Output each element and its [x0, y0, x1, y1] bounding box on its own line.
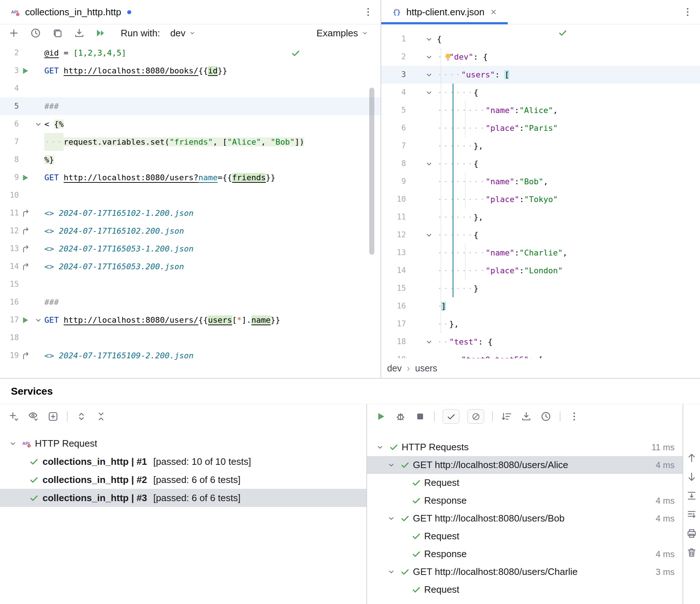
- code-line[interactable]: 16###: [0, 293, 381, 311]
- arrow-up-icon[interactable]: [686, 452, 697, 464]
- code-line[interactable]: 10"place":"Tokyo": [381, 190, 700, 208]
- code-line[interactable]: 15: [0, 275, 381, 293]
- intention-bulb-icon[interactable]: [443, 52, 453, 62]
- open-response-file-icon[interactable]: [21, 226, 31, 236]
- code-line[interactable]: 4{: [381, 84, 700, 101]
- history-icon[interactable]: [540, 411, 552, 422]
- import-icon[interactable]: [73, 27, 85, 39]
- code-line[interactable]: 13<> 2024-07-17T165053-1.200.json: [0, 240, 381, 258]
- tab-collections-in-http[interactable]: API collections_in_http.http: [0, 0, 141, 24]
- run-request-icon[interactable]: [20, 66, 30, 76]
- fold-region-icon[interactable]: [33, 315, 43, 325]
- code-line[interactable]: 9"name":"Bob",: [381, 173, 700, 190]
- code-line[interactable]: 16]: [381, 297, 700, 315]
- trash-icon[interactable]: [686, 547, 697, 558]
- collapse-node-icon[interactable]: [386, 567, 396, 577]
- code-line[interactable]: 15}: [381, 279, 700, 297]
- code-line[interactable]: 3"users": [: [381, 66, 700, 84]
- test-run-item[interactable]: collections_in_http | #1 [passed: 10 of …: [0, 452, 366, 471]
- code-line[interactable]: 5###: [0, 97, 381, 115]
- collapse-lines-icon[interactable]: [686, 490, 697, 502]
- code-line[interactable]: 13"name":"Charlie",: [381, 244, 700, 262]
- collapse-node-icon[interactable]: [386, 514, 396, 523]
- copy-icon[interactable]: [52, 27, 63, 39]
- fold-region-icon[interactable]: [424, 159, 434, 169]
- fold-region-icon[interactable]: [424, 337, 434, 347]
- arrow-down-icon[interactable]: [686, 471, 697, 483]
- json-editor[interactable]: 1{2"dev": {3"users": [4{5"name":"Alice",…: [381, 24, 700, 358]
- test-result-item[interactable]: Request: [367, 474, 683, 492]
- open-response-file-icon[interactable]: [21, 244, 31, 254]
- debug-icon[interactable]: [395, 411, 406, 422]
- code-line[interactable]: 11<> 2024-07-17T165102-1.200.json: [0, 204, 381, 222]
- http-editor[interactable]: 2@id = [1,2,3,4,5]3GET http://localhost:…: [0, 42, 381, 378]
- inspections-passed-icon[interactable]: [558, 28, 568, 38]
- run-request-icon[interactable]: [20, 315, 30, 325]
- code-line[interactable]: 11},: [381, 208, 700, 226]
- test-run-item[interactable]: collections_in_http | #2 [passed: 6 of 6…: [0, 471, 366, 489]
- fold-region-icon[interactable]: [424, 52, 434, 62]
- code-line[interactable]: 6"place":"Paris": [381, 119, 700, 137]
- printer-icon[interactable]: [686, 528, 697, 539]
- service-node-http-request[interactable]: APIHTTP Request: [0, 434, 366, 452]
- code-line[interactable]: 18: [0, 329, 381, 347]
- collapse-node-icon[interactable]: [386, 460, 396, 470]
- code-line[interactable]: 10: [0, 186, 381, 204]
- fold-region-icon[interactable]: [424, 88, 434, 97]
- test-result-item[interactable]: Request: [367, 527, 683, 545]
- tab-http-client-env[interactable]: {} http-client.env.json: [381, 0, 508, 24]
- check-gray-toggle-button[interactable]: [443, 409, 459, 424]
- open-response-file-icon[interactable]: [21, 262, 31, 271]
- test-result-item[interactable]: GET http://localhost:8080/users/Alice4 m…: [367, 456, 683, 474]
- open-response-file-icon[interactable]: [21, 351, 31, 361]
- code-line[interactable]: 17},: [381, 315, 700, 333]
- code-line[interactable]: 14"place":"London": [381, 262, 700, 279]
- close-tab-icon[interactable]: [490, 8, 498, 16]
- code-line[interactable]: 19<> 2024-07-17T165109-2.200.json: [0, 347, 381, 365]
- code-line[interactable]: 2@id = [1,2,3,4,5]: [0, 44, 381, 62]
- add-icon[interactable]: [8, 27, 20, 39]
- code-line[interactable]: 7request.variables.set("friends", ["Alic…: [0, 133, 381, 151]
- tab-options-kebab-icon[interactable]: [362, 6, 374, 18]
- test-run-item[interactable]: collections_in_http | #3 [passed: 6 of 6…: [0, 489, 366, 507]
- tab-options-kebab-icon[interactable]: [682, 6, 693, 18]
- test-result-item[interactable]: Response4 ms: [367, 492, 683, 510]
- test-result-item[interactable]: GET http://localhost:8080/users/Charlie3…: [367, 563, 683, 581]
- stop-icon[interactable]: [414, 411, 426, 422]
- breadcrumb-dev[interactable]: dev: [387, 363, 402, 374]
- code-line[interactable]: 12{: [381, 226, 700, 244]
- code-line[interactable]: 8%}: [0, 151, 381, 169]
- test-result-item[interactable]: Response3 ms: [367, 599, 683, 604]
- run-request-icon[interactable]: [20, 173, 30, 182]
- history-icon[interactable]: [30, 27, 41, 39]
- code-line[interactable]: 12<> 2024-07-17T165102.200.json: [0, 222, 381, 240]
- fold-region-icon[interactable]: [424, 70, 434, 80]
- code-line[interactable]: 2"dev": {: [381, 48, 700, 66]
- editor-scrollbar[interactable]: [369, 88, 374, 255]
- run-all-icon[interactable]: [95, 27, 107, 39]
- fold-region-icon[interactable]: [424, 34, 434, 44]
- fold-region-icon[interactable]: [424, 230, 434, 240]
- ban-toggle-button[interactable]: [467, 409, 484, 424]
- import-icon[interactable]: [520, 411, 532, 422]
- play-icon[interactable]: [375, 411, 387, 422]
- test-result-item[interactable]: Request: [367, 581, 683, 599]
- scroll-end-icon[interactable]: [686, 509, 697, 520]
- code-line[interactable]: 8{: [381, 155, 700, 173]
- code-line[interactable]: 1{: [381, 30, 700, 48]
- fold-region-icon[interactable]: [33, 119, 43, 129]
- collapse-node-icon[interactable]: [375, 442, 385, 452]
- open-response-file-icon[interactable]: [21, 208, 31, 218]
- test-result-item[interactable]: Response4 ms: [367, 545, 683, 563]
- code-line[interactable]: 6< {%: [0, 115, 381, 133]
- inspections-passed-icon[interactable]: [291, 48, 301, 58]
- code-line[interactable]: 19"test0-test56": [: [381, 351, 700, 358]
- code-line[interactable]: 4: [0, 80, 381, 97]
- code-line[interactable]: 5"name":"Alice",: [381, 101, 700, 119]
- examples-menu[interactable]: Examples: [317, 28, 369, 39]
- test-result-item[interactable]: GET http://localhost:8080/users/Bob4 ms: [367, 510, 683, 527]
- collapse-node-icon[interactable]: [8, 439, 18, 448]
- code-line[interactable]: 3GET http://localhost:8080/books/{{id}}: [0, 62, 381, 80]
- code-line[interactable]: 17GET http://localhost:8080/users/{{user…: [0, 311, 381, 329]
- code-line[interactable]: 18"test": {: [381, 333, 700, 351]
